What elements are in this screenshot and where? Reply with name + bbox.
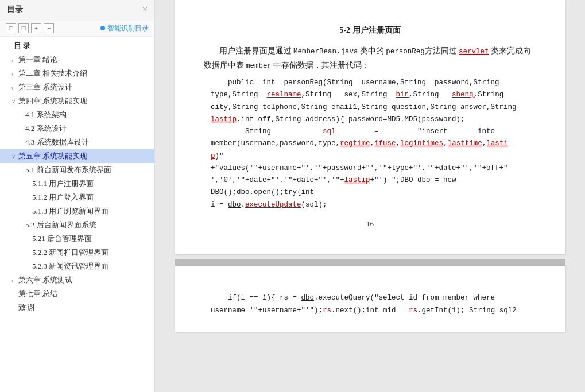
smart-toc-label: 智能识别目录 [107, 24, 149, 33]
toc-label-ch5-2-2: 5.2.2 新闻栏目管理界面 [32, 248, 109, 257]
toc-label-ch4-2: 4.2 系统设计 [25, 124, 67, 133]
toc-arrow-ch5-2-1 [25, 236, 32, 242]
toc-arrow-chapter7 [11, 291, 18, 297]
toc-tree: 目 录› 第一章 绪论› 第二章 相关技术介绍› 第三章 系统设计∨ 第四章 系… [0, 37, 154, 392]
toolbar-btn-2[interactable]: □ [18, 23, 29, 33]
toc-label-ch4-1: 4.1 系统架构 [25, 110, 67, 119]
toc-label-chapter6: 第六章 系统测试 [18, 275, 72, 284]
toc-label-chapter1: 第一章 绪论 [18, 55, 57, 64]
toc-arrow-ch5-1-2 [25, 195, 32, 201]
toolbar-btn-1[interactable]: □ [6, 23, 16, 33]
toc-item-chapter2[interactable]: › 第二章 相关技术介绍 [0, 67, 154, 80]
toc-arrow-ch4-3 [18, 139, 25, 146]
toc-label-chapter7: 第七章 总结 [18, 289, 57, 298]
toc-arrow-zhixie [11, 305, 18, 311]
toc-label-ch5-2: 5.2 后台新闻界面系统 [25, 220, 96, 229]
toc-item-ch5-1-2[interactable]: 5.1.2 用户登入界面 [0, 191, 154, 204]
toc-arrow-ch5-2-2 [25, 250, 32, 256]
toc-item-chapter3[interactable]: › 第三章 系统设计 [0, 80, 154, 94]
toc-item-ch5-2-1[interactable]: 5.21 后台管理界面 [0, 232, 154, 246]
toc-item-ch5-1[interactable]: 5.1 前台新闻发布系统界面 [0, 163, 154, 177]
toc-label-ch5-2-1: 5.21 后台管理界面 [32, 234, 92, 243]
toc-item-toc-heading[interactable]: 目 录 [0, 39, 154, 53]
page-content-1: 5-2 用户注册页面 用户注册界面是通过 MemberBean.java 类中的… [204, 23, 537, 230]
toc-label-chapter5: 第五章 系统功能实现 [18, 152, 87, 160]
toc-arrow-ch4-2 [18, 126, 25, 132]
smart-toc-button[interactable]: 智能识别目录 [100, 24, 149, 33]
toolbar-btn-expand[interactable]: + [31, 23, 41, 33]
toc-label-chapter3: 第三章 系统设计 [18, 83, 72, 91]
toc-arrow-chapter4: ∨ [11, 98, 18, 104]
intro-paragraph: 用户注册界面是通过 MemberBean.java 类中的 personReg方… [204, 44, 537, 72]
sidebar-title: 目录 [7, 5, 23, 15]
toc-item-ch5-2-2[interactable]: 5.2.2 新闻栏目管理界面 [0, 246, 154, 259]
toc-arrow-chapter1: › [11, 57, 18, 63]
toc-arrow-chapter5: ∨ [11, 153, 18, 160]
close-icon[interactable]: × [142, 5, 148, 15]
toc-label-toc-heading: 目 录 [14, 41, 30, 50]
code-block-2: if(i == 1){ rs = dbo.executeQuery("selec… [204, 292, 537, 317]
toc-arrow-chapter6: › [11, 277, 18, 284]
sidebar-toolbar: □ □ + − 智能识别目录 [0, 20, 154, 37]
toc-label-chapter4: 第四章 系统功能实现 [18, 96, 87, 105]
page-number-1: 16 [204, 217, 537, 230]
toc-item-chapter7[interactable]: 第七章 总结 [0, 287, 154, 301]
section-title: 5-2 用户注册页面 [204, 23, 537, 37]
sidebar: 目录 × □ □ + − 智能识别目录 目 录› 第一章 绪论› 第二章 相关技… [0, 0, 155, 392]
toc-item-ch5-2[interactable]: 5.2 后台新闻界面系统 [0, 218, 154, 232]
toc-label-chapter2: 第二章 相关技术介绍 [18, 69, 87, 77]
document-page-1: 5-2 用户注册页面 用户注册界面是通过 MemberBean.java 类中的… [175, 0, 565, 254]
toc-label-ch4-3: 4.3 系统数据库设计 [25, 138, 89, 146]
toc-arrow-ch5-2 [18, 222, 25, 228]
toc-label-ch5-1-1: 5.1.1 用户注册界面 [32, 179, 94, 188]
toc-arrow-ch4-1 [18, 112, 25, 118]
smart-toc-dot [100, 26, 105, 30]
toc-arrow-ch5-1-3 [25, 208, 32, 215]
document-page-2: if(i == 1){ rs = dbo.executeQuery("selec… [175, 266, 565, 332]
toc-arrow-chapter2: › [11, 71, 18, 77]
toc-item-chapter1[interactable]: › 第一章 绪论 [0, 53, 154, 67]
page-content-2: if(i == 1){ rs = dbo.executeQuery("selec… [204, 292, 537, 317]
toc-arrow-ch5-1 [18, 167, 25, 173]
toc-arrow-ch5-1-1 [25, 181, 32, 187]
toc-item-ch5-2-3[interactable]: 5.2.3 新闻资讯管理界面 [0, 259, 154, 273]
toc-item-ch4-1[interactable]: 4.1 系统架构 [0, 108, 154, 122]
main-content: 5-2 用户注册页面 用户注册界面是通过 MemberBean.java 类中的… [155, 0, 585, 392]
page-gap [175, 259, 565, 266]
toc-label-ch5-1-3: 5.1.3 用户浏览新闻界面 [32, 207, 109, 215]
toc-item-chapter4[interactable]: ∨ 第四章 系统功能实现 [0, 94, 154, 108]
code-block-1: public int personReg(String username,Str… [204, 77, 537, 211]
toc-arrow-toc-heading [7, 43, 14, 49]
toc-item-ch4-3[interactable]: 4.3 系统数据库设计 [0, 135, 154, 149]
toc-item-chapter6[interactable]: › 第六章 系统测试 [0, 273, 154, 287]
sidebar-header: 目录 × [0, 0, 154, 20]
toc-item-zhixie[interactable]: 致 谢 [0, 301, 154, 315]
toc-item-ch5-1-3[interactable]: 5.1.3 用户浏览新闻界面 [0, 204, 154, 218]
toc-item-chapter5[interactable]: ∨ 第五章 系统功能实现 [0, 149, 154, 163]
toc-label-ch5-1-2: 5.1.2 用户登入界面 [32, 193, 94, 201]
toc-item-ch4-2[interactable]: 4.2 系统设计 [0, 122, 154, 135]
toc-arrow-chapter3: › [11, 84, 18, 91]
toc-item-ch5-1-1[interactable]: 5.1.1 用户注册界面 [0, 177, 154, 191]
toolbar-btn-collapse[interactable]: − [44, 23, 54, 33]
toc-label-ch5-2-3: 5.2.3 新闻资讯管理界面 [32, 262, 109, 270]
toc-arrow-ch5-2-3 [25, 263, 32, 270]
toc-label-zhixie: 致 谢 [18, 303, 35, 312]
toc-label-ch5-1: 5.1 前台新闻发布系统界面 [25, 165, 111, 174]
